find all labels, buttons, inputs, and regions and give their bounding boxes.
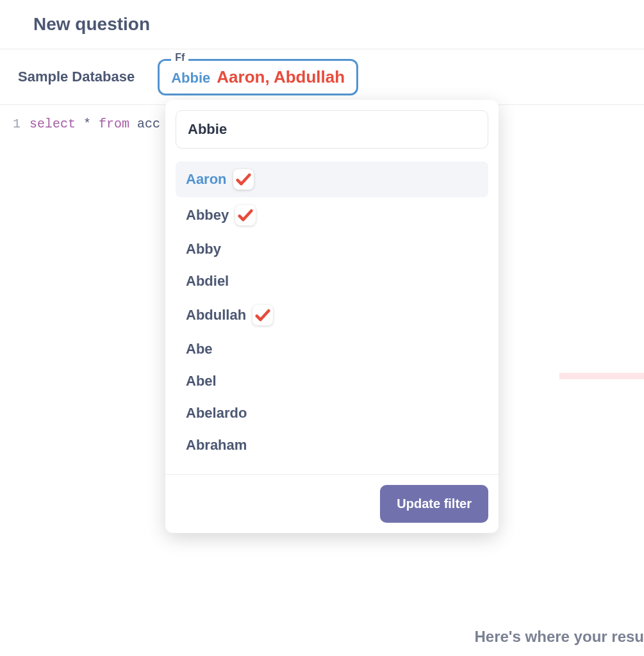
list-item[interactable]: Abby xyxy=(176,233,488,265)
decorative-stub xyxy=(559,373,644,379)
list-item[interactable]: Abbey xyxy=(176,197,488,233)
list-item[interactable]: Aaron xyxy=(176,161,488,197)
list-item-label: Abelardo xyxy=(186,405,247,422)
code-keyword: from xyxy=(99,117,129,131)
list-item-label: Abdullah xyxy=(186,307,246,324)
dropdown-list: AaronAbbeyAbbyAbdielAbdullahAbeAbelAbela… xyxy=(165,159,499,474)
list-item[interactable]: Abel xyxy=(176,365,488,397)
page-title: New question xyxy=(33,14,611,35)
list-item-label: Abdiel xyxy=(186,273,229,290)
check-icon xyxy=(233,169,254,190)
check-icon xyxy=(252,305,273,325)
filter-dropdown: AaronAbbeyAbbyAbdielAbdullahAbeAbelAbela… xyxy=(165,100,499,533)
filter-field[interactable]: Ff Abbie Aaron, Abdullah xyxy=(158,59,358,95)
code-keyword: select xyxy=(29,117,76,131)
list-item-label: Abraham xyxy=(186,437,247,454)
list-item-label: Abby xyxy=(186,241,221,258)
list-item-label: Abe xyxy=(186,341,213,357)
filter-current-value: Abbie xyxy=(171,70,210,86)
filter-selected-overlay: Aaron, Abdullah xyxy=(217,67,345,87)
dropdown-footer: Update filter xyxy=(165,474,499,533)
check-icon xyxy=(235,205,256,226)
list-item-label: Abbey xyxy=(186,207,229,224)
results-hint: Here's where your resu xyxy=(475,628,645,646)
list-item[interactable]: Abe xyxy=(176,333,488,365)
page-header: New question xyxy=(0,0,644,49)
dropdown-search[interactable] xyxy=(176,110,488,149)
query-toolbar: Sample Database Ff Abbie Aaron, Abdullah xyxy=(0,49,644,105)
list-item[interactable]: Abelardo xyxy=(176,397,488,429)
code-line: select * from acc xyxy=(29,117,160,363)
database-selector[interactable]: Sample Database xyxy=(18,69,135,85)
list-item[interactable]: Abraham xyxy=(176,429,488,461)
list-item-label: Aaron xyxy=(186,171,227,188)
update-filter-button[interactable]: Update filter xyxy=(380,485,488,523)
list-item-label: Abel xyxy=(186,373,217,390)
list-item[interactable]: Abdullah xyxy=(176,297,488,333)
line-number: 1 xyxy=(9,117,29,363)
filter-field-label: Ff xyxy=(171,52,188,63)
search-input[interactable] xyxy=(188,121,476,138)
list-item[interactable]: Abdiel xyxy=(176,265,488,297)
